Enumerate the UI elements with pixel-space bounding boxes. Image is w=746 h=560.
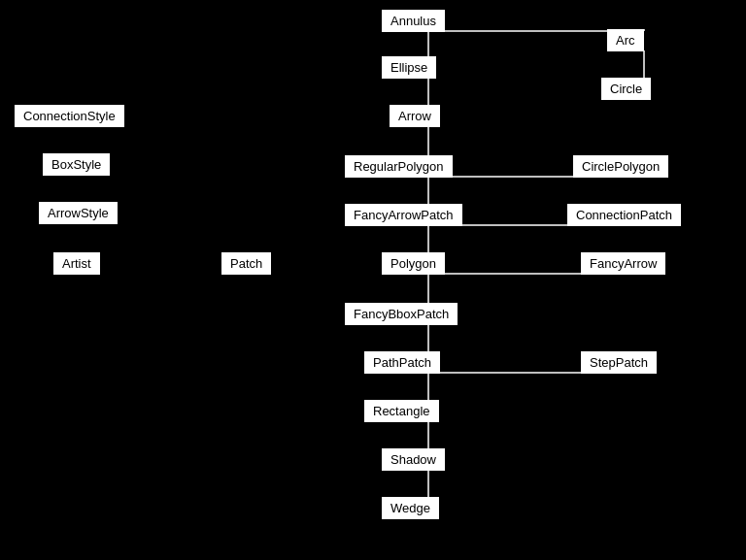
node-circlepolygon: CirclePolygon — [573, 155, 668, 178]
node-ellipse: Ellipse — [382, 56, 436, 79]
node-fancyarrowpatch: FancyArrowPatch — [345, 204, 462, 226]
node-rectangle: Rectangle — [364, 400, 439, 422]
node-arrowstyle: ArrowStyle — [39, 202, 118, 224]
node-circle: Circle — [601, 78, 651, 100]
node-shadow: Shadow — [382, 448, 445, 471]
node-boxstyle: BoxStyle — [43, 153, 110, 176]
node-steppatch: StepPatch — [581, 351, 657, 374]
node-connectionpatch: ConnectionPatch — [567, 204, 681, 226]
node-arrow: Arrow — [390, 105, 440, 127]
node-regularpolygon: RegularPolygon — [345, 155, 453, 178]
node-wedge: Wedge — [382, 497, 439, 519]
node-connectionstyle: ConnectionStyle — [15, 105, 124, 127]
node-artist: Artist — [53, 252, 100, 275]
node-patch: Patch — [221, 252, 271, 275]
node-fancybboxpatch: FancyBboxPatch — [345, 303, 458, 325]
node-pathpatch: PathPatch — [364, 351, 440, 374]
node-arc: Arc — [607, 29, 644, 51]
node-annulus: Annulus — [382, 10, 445, 32]
node-polygon: Polygon — [382, 252, 445, 275]
node-fancyarrow: FancyArrow — [581, 252, 665, 275]
